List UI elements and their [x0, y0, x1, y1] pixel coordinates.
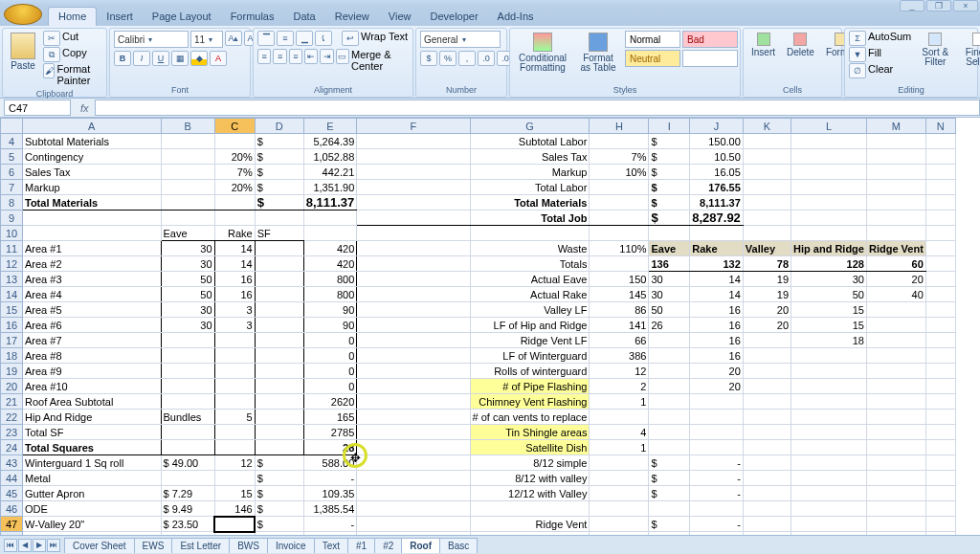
cell[interactable]: Area #3: [23, 272, 162, 287]
cell[interactable]: 0: [303, 348, 357, 364]
cell[interactable]: 14: [690, 287, 744, 302]
name-box[interactable]: C47: [4, 100, 71, 116]
tab-nav-next[interactable]: ▶: [33, 539, 46, 552]
cell[interactable]: $: [255, 165, 303, 180]
cell[interactable]: $: [255, 517, 303, 532]
cell[interactable]: 0: [303, 379, 357, 394]
cell[interactable]: [255, 379, 303, 394]
cell[interactable]: Ridge Vent: [866, 241, 925, 256]
cell[interactable]: [23, 226, 162, 241]
sheet-tab--1[interactable]: #1: [347, 538, 375, 553]
row-header[interactable]: 21: [1, 394, 23, 410]
tab-nav-prev[interactable]: ◀: [18, 539, 32, 552]
cell[interactable]: [590, 501, 649, 517]
cell[interactable]: $: [255, 471, 303, 486]
cell[interactable]: Hip and Ridge: [791, 241, 867, 256]
cell[interactable]: Metal: [23, 471, 162, 486]
cell[interactable]: $: [649, 195, 690, 211]
window-close-button[interactable]: ×: [953, 0, 978, 11]
cell[interactable]: [255, 211, 303, 226]
col-header-K[interactable]: K: [743, 119, 791, 134]
cell[interactable]: 1: [590, 440, 649, 455]
cell[interactable]: [791, 440, 867, 455]
cell[interactable]: 8,287.92: [690, 211, 744, 226]
cell[interactable]: Area #10: [23, 379, 162, 394]
percent-button[interactable]: %: [439, 51, 457, 66]
cell[interactable]: [357, 287, 470, 302]
cell[interactable]: [866, 180, 925, 195]
cell[interactable]: Valley: [743, 241, 791, 256]
cell[interactable]: 800: [303, 272, 357, 287]
cell[interactable]: [743, 440, 791, 455]
cell[interactable]: 588.00: [303, 455, 357, 471]
cell[interactable]: [161, 211, 214, 226]
cell[interactable]: [791, 379, 867, 394]
conditional-formatting-button[interactable]: Conditional Formatting: [514, 31, 571, 75]
cell[interactable]: $: [649, 211, 690, 226]
cell[interactable]: Totals: [470, 256, 590, 272]
align-bottom-button[interactable]: ▁: [296, 31, 313, 46]
col-header-L[interactable]: L: [791, 119, 867, 134]
cell[interactable]: [649, 394, 690, 410]
cell[interactable]: [791, 180, 867, 195]
cell[interactable]: 30: [161, 256, 214, 272]
cell[interactable]: 20: [690, 379, 744, 394]
sheet-tab-bws[interactable]: BWS: [229, 538, 268, 553]
cell[interactable]: [590, 211, 649, 226]
cell[interactable]: [866, 394, 925, 410]
ribbon-tab-view[interactable]: View: [379, 8, 421, 26]
cell[interactable]: 7%: [590, 149, 649, 165]
cell[interactable]: 16: [690, 318, 744, 333]
cell[interactable]: [590, 134, 649, 149]
cell[interactable]: $: [649, 517, 690, 532]
row-header[interactable]: 5: [1, 149, 23, 165]
cell[interactable]: 20: [866, 272, 925, 287]
cell[interactable]: [23, 211, 162, 226]
cell[interactable]: [743, 211, 791, 226]
cell[interactable]: [255, 302, 303, 318]
cell[interactable]: Area #1: [23, 241, 162, 256]
cell[interactable]: -: [690, 471, 744, 486]
cell[interactable]: [743, 501, 791, 517]
cell[interactable]: 4: [590, 425, 649, 440]
cell[interactable]: -: [690, 486, 744, 501]
cell[interactable]: 420: [303, 256, 357, 272]
cell[interactable]: Markup: [470, 165, 590, 180]
cell[interactable]: Total Job: [470, 211, 590, 226]
cell[interactable]: [925, 302, 955, 318]
cell[interactable]: [791, 348, 867, 364]
cell[interactable]: Subtotal Materials: [23, 134, 162, 149]
cell[interactable]: 16: [690, 302, 744, 318]
cell[interactable]: [743, 364, 791, 379]
cell[interactable]: [866, 455, 925, 471]
cell[interactable]: 132: [690, 256, 744, 272]
cell[interactable]: [743, 333, 791, 348]
cell[interactable]: [161, 379, 214, 394]
cell[interactable]: [357, 486, 470, 501]
cell[interactable]: 12: [590, 364, 649, 379]
row-header[interactable]: 20: [1, 379, 23, 394]
cell[interactable]: [357, 471, 470, 486]
bold-button[interactable]: B: [114, 51, 131, 66]
cell[interactable]: [590, 455, 649, 471]
sort-filter-button[interactable]: Sort & Filter: [915, 31, 955, 69]
col-header-B[interactable]: B: [161, 119, 214, 134]
cell[interactable]: [743, 394, 791, 410]
cell[interactable]: 150: [590, 272, 649, 287]
align-middle-button[interactable]: ≡: [277, 31, 294, 46]
cell[interactable]: [255, 440, 303, 455]
cell[interactable]: [743, 517, 791, 532]
cell[interactable]: [743, 379, 791, 394]
cell[interactable]: [866, 440, 925, 455]
cell[interactable]: 30: [791, 272, 867, 287]
cell[interactable]: 86: [590, 302, 649, 318]
cell[interactable]: Area #9: [23, 364, 162, 379]
cell[interactable]: Chimney Vent Flashing: [470, 394, 590, 410]
row-header[interactable]: 47: [1, 517, 23, 532]
cell[interactable]: 1,351.90: [303, 180, 357, 195]
cell[interactable]: Total Labor: [470, 180, 590, 195]
cell[interactable]: [791, 134, 867, 149]
cell[interactable]: [357, 379, 470, 394]
row-header[interactable]: 8: [1, 195, 23, 211]
cell[interactable]: 8,111.37: [303, 195, 357, 211]
